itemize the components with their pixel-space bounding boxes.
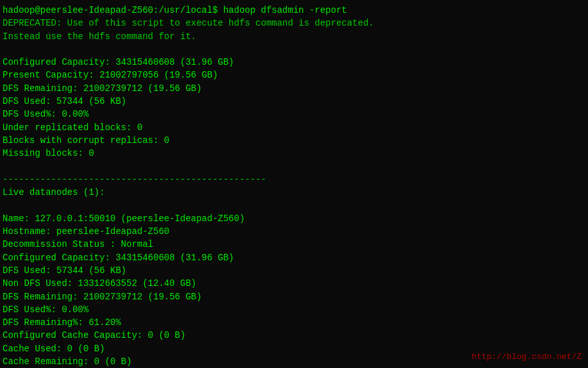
blank-line-3 (3, 199, 585, 212)
dfs-used-line: DFS Used: 57344 (56 KB) (3, 95, 585, 108)
dfs-used-pct-line: DFS Used%: 0.00% (3, 108, 585, 121)
configured-cache-capacity-line: Configured Cache Capacity: 0 (0 B) (3, 329, 585, 342)
present-capacity-line: Present Capacity: 21002797056 (19.56 GB) (3, 69, 585, 81)
configured-capacity-2-line: Configured Capacity: 34315460608 (31.96 … (3, 251, 585, 264)
under-replicated-line: Under replicated blocks: 0 (3, 121, 585, 134)
blank-line-2 (3, 160, 585, 173)
dfs-remaining-pct-line: DFS Remaining%: 61.20% (3, 316, 585, 329)
hostname-line: Hostname: peerslee-Ideapad-Z560 (3, 225, 585, 238)
non-dfs-used-line: Non DFS Used: 13312663552 (12.40 GB) (3, 277, 585, 290)
live-datanodes-line: Live datanodes (1): (3, 186, 585, 199)
separator-line: ----------------------------------------… (3, 173, 585, 186)
name-line: Name: 127.0.0.1:50010 (peerslee-Ideapad-… (3, 212, 585, 225)
dfs-remaining-2-line: DFS Remaining: 21002739712 (19.56 GB) (3, 290, 585, 303)
prompt-line: hadoop@peerslee-Ideapad-Z560:/usr/local$… (3, 4, 585, 17)
corrupt-replicas-line: Blocks with corrupt replicas: 0 (3, 134, 585, 147)
blank-line-1 (3, 43, 585, 56)
deprecated-line-1: DEPRECATED: Use of this script to execut… (3, 17, 585, 29)
dfs-used-2-line: DFS Used: 57344 (56 KB) (3, 264, 585, 277)
configured-capacity-line: Configured Capacity: 34315460608 (31.96 … (3, 56, 585, 69)
dfs-used-pct-2-line: DFS Used%: 0.00% (3, 303, 585, 316)
missing-blocks-line: Missing blocks: 0 (3, 147, 585, 160)
terminal-content: hadoop@peerslee-Ideapad-Z560:/usr/local$… (3, 4, 585, 368)
terminal-window: hadoop@peerslee-Ideapad-Z560:/usr/local$… (0, 0, 588, 368)
deprecated-line-2: Instead use the hdfs command for it. (3, 30, 585, 43)
watermark: http://blog.csdn.net/Z (471, 352, 582, 362)
dfs-remaining-line: DFS Remaining: 21002739712 (19.56 GB) (3, 82, 585, 95)
decommission-status-line: Decommission Status : Normal (3, 238, 585, 251)
